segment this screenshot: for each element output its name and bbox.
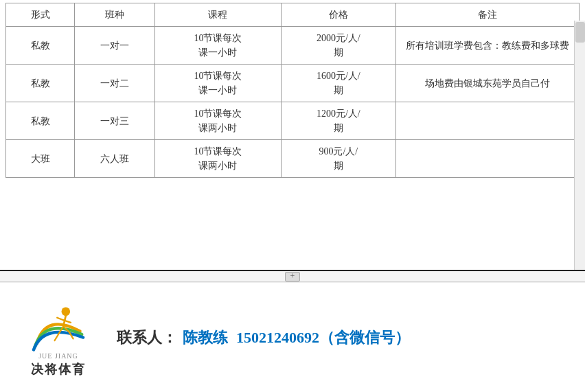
cell-price: 900元/人/期 <box>281 140 395 178</box>
cell-form: 大班 <box>6 140 75 178</box>
cell-note: 所有培训班学费包含：教练费和多球费 <box>395 27 579 65</box>
header-class: 班种 <box>75 3 155 27</box>
cell-price: 1200元/人/期 <box>281 102 395 140</box>
scrollbar[interactable] <box>574 21 585 270</box>
header-price: 价格 <box>281 3 395 27</box>
pricing-table: 形式 班种 课程 价格 备注 私教一对一10节课每次课一小时2000元/人/期所… <box>5 3 580 178</box>
svg-point-0 <box>62 307 71 316</box>
scrollbar-thumb[interactable] <box>575 22 585 43</box>
logo-text-cn: 决将体育 <box>31 361 86 378</box>
table-row: 私教一对三10节课每次课两小时1200元/人/期 <box>6 102 580 140</box>
logo-graphic <box>27 297 89 359</box>
contact-label: 联系人： <box>117 327 177 348</box>
cell-class: 一对二 <box>75 65 155 102</box>
cell-course: 10节课每次课两小时 <box>155 140 282 178</box>
cell-class: 一对一 <box>75 27 155 65</box>
header-form: 形式 <box>6 3 75 27</box>
expand-button-bar: + <box>0 270 585 282</box>
header-course: 课程 <box>155 3 282 27</box>
svg-line-2 <box>57 318 63 321</box>
cell-class: 一对三 <box>75 102 155 140</box>
cell-note: 场地费由银城东苑学员自己付 <box>395 65 579 102</box>
header-note: 备注 <box>395 3 579 27</box>
cell-course: 10节课每次课一小时 <box>155 65 282 102</box>
cell-class: 六人班 <box>75 140 155 178</box>
contact-name: 陈教练 <box>183 327 228 348</box>
cell-course: 10节课每次课一小时 <box>155 27 282 65</box>
cell-note <box>395 102 579 140</box>
table-row: 私教一对一10节课每次课一小时2000元/人/期所有培训班学费包含：教练费和多球… <box>6 27 580 65</box>
contact-section: 联系人： 陈教练 15021240692（含微信号） <box>117 327 410 348</box>
contact-phone: 15021240692（含微信号） <box>236 327 410 348</box>
cell-form: 私教 <box>6 65 75 102</box>
cell-course: 10节课每次课两小时 <box>155 102 282 140</box>
cell-price: 1600元/人/期 <box>281 65 395 102</box>
logo-section: JUE JIANG 决将体育 <box>14 297 103 378</box>
cell-form: 私教 <box>6 102 75 140</box>
table-row: 大班六人班10节课每次课两小时900元/人/期 <box>6 140 580 178</box>
cell-form: 私教 <box>6 27 75 65</box>
table-row: 私教一对二10节课每次课一小时1600元/人/期场地费由银城东苑学员自己付 <box>6 65 580 102</box>
cell-note <box>395 140 579 178</box>
svg-line-6 <box>55 334 58 341</box>
footer-area: JUE JIANG 决将体育 联系人： 陈教练 15021240692（含微信号… <box>0 282 585 392</box>
main-container: 形式 班种 课程 价格 备注 私教一对一10节课每次课一小时2000元/人/期所… <box>0 0 585 392</box>
cell-price: 2000元/人/期 <box>281 27 395 65</box>
table-header-row: 形式 班种 课程 价格 备注 <box>6 3 580 27</box>
table-area: 形式 班种 课程 价格 备注 私教一对一10节课每次课一小时2000元/人/期所… <box>0 0 585 270</box>
expand-button[interactable]: + <box>285 272 300 281</box>
